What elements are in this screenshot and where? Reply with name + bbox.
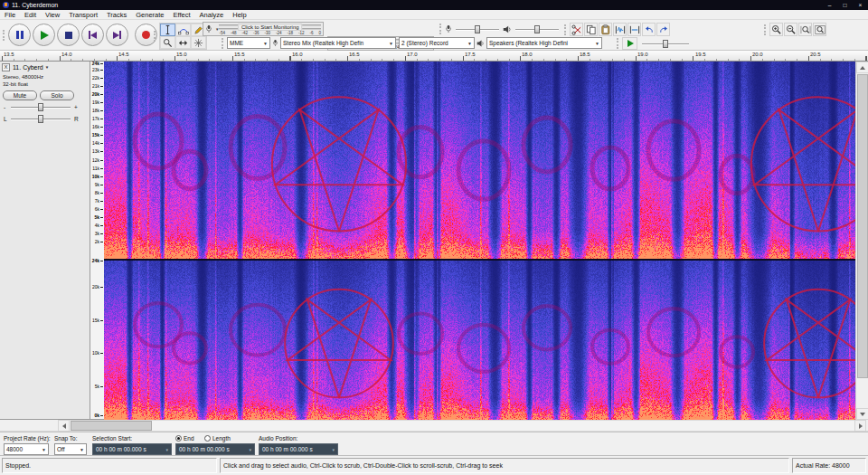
selection-end-field[interactable]: 00 h 00 m 00.000 s▾	[175, 443, 255, 455]
recording-volume-slider[interactable]	[456, 25, 499, 33]
menu-view[interactable]: View	[41, 10, 64, 20]
dropdown-arrow-icon: ▼	[592, 41, 599, 46]
fit-project-icon	[815, 24, 826, 35]
recording-meter[interactable]: ▼ -54-48-42-36-30-24-18-12-60 Click to S…	[203, 22, 324, 36]
zoom-out-button[interactable]	[784, 23, 797, 36]
tools-grid	[159, 23, 207, 50]
audio-host-select[interactable]: MME▼	[227, 37, 270, 49]
copy-button[interactable]	[584, 23, 598, 36]
pan-slider[interactable]	[11, 115, 71, 123]
playback-volume-slider[interactable]	[515, 25, 559, 33]
stop-button[interactable]	[57, 24, 80, 46]
menu-file[interactable]: File	[0, 10, 20, 20]
field-dropdown-icon: ▾	[164, 447, 168, 452]
selection-tool-button[interactable]	[160, 24, 175, 36]
length-radio[interactable]: Length	[204, 435, 231, 442]
menu-transport[interactable]: Transport	[64, 10, 102, 20]
vertical-scrollbar[interactable]	[855, 62, 868, 420]
timeshift-tool-button[interactable]	[175, 36, 191, 49]
pause-icon	[16, 31, 24, 39]
skip-to-end-icon	[113, 31, 121, 39]
frequency-ruler[interactable]: 24k 23k 22k 21k 20k 19k 18k 17k 16k 15k …	[90, 62, 104, 420]
horizontal-scrollbar[interactable]	[0, 420, 868, 432]
freq-label: 13k	[92, 149, 99, 154]
maximize-button[interactable]: □	[837, 0, 853, 10]
skip-to-start-button[interactable]	[81, 24, 104, 46]
pause-button[interactable]	[8, 24, 31, 46]
project-rate-select[interactable]: 48000▼	[4, 443, 49, 455]
spectrogram-right-channel[interactable]	[104, 261, 855, 420]
fit-selection-button[interactable]	[798, 23, 812, 36]
dropdown-arrow-icon: ▼	[386, 41, 393, 46]
multi-tool-button[interactable]	[191, 36, 206, 49]
recording-device-select[interactable]: Stereo Mix (Realtek High Defin▼	[280, 37, 396, 49]
toolbar-gripper[interactable]	[3, 30, 5, 41]
start-monitoring-label[interactable]: Click to Start Monitoring	[238, 24, 303, 31]
close-button[interactable]: ×	[853, 0, 868, 10]
toolbar-gripper[interactable]	[764, 24, 767, 35]
trim-icon	[615, 24, 626, 35]
play-button[interactable]	[33, 24, 55, 46]
microphone-icon	[272, 38, 278, 48]
zoom-tool-button[interactable]	[160, 36, 175, 49]
scroll-right-button[interactable]	[854, 420, 866, 432]
silence-audio-button[interactable]	[627, 23, 641, 36]
redo-button[interactable]	[656, 23, 670, 36]
freq-label: 5k	[95, 385, 99, 389]
envelope-tool-button[interactable]	[175, 24, 191, 36]
playback-speed-slider[interactable]	[642, 40, 689, 48]
play-at-speed-button[interactable]	[622, 37, 637, 50]
track-menu-arrow-icon[interactable]: ▼	[45, 65, 49, 70]
freq-label: 0k	[94, 413, 99, 418]
playback-device-select[interactable]: Speakers (Realtek High Defini▼	[486, 37, 602, 49]
spectrogram-view	[104, 62, 855, 420]
scroll-down-button[interactable]	[856, 408, 868, 420]
zoom-in-button[interactable]	[769, 23, 783, 36]
timeline-ruler[interactable]: 13.5 14.0 14.5 15.0 15.5 16.0 16.5 17.0 …	[0, 51, 868, 62]
menu-tracks[interactable]: Tracks	[102, 10, 131, 20]
actual-rate: Actual Rate: 48000	[792, 458, 866, 473]
menu-analyze[interactable]: Analyze	[195, 10, 229, 20]
skip-to-end-button[interactable]	[106, 24, 128, 46]
menu-generate[interactable]: Generate	[131, 10, 168, 20]
horizontal-scroll-thumb[interactable]	[71, 421, 152, 431]
audacity-window: 11. Cyberdemon – □ × File Edit View Tran…	[0, 0, 868, 475]
undo-button[interactable]	[642, 23, 656, 36]
trim-audio-button[interactable]	[613, 23, 627, 36]
scroll-left-button[interactable]	[58, 420, 70, 432]
spectrogram-left-channel[interactable]	[104, 62, 855, 259]
gain-slider[interactable]	[11, 103, 71, 111]
selection-start-label: Selection Start:	[92, 435, 132, 442]
freq-label: 7k	[95, 199, 99, 204]
end-radio-icon[interactable]	[175, 435, 182, 442]
menu-effect[interactable]: Effect	[169, 10, 195, 20]
snap-to-select[interactable]: Off▼	[54, 443, 87, 455]
mute-button[interactable]: Mute	[3, 90, 37, 100]
end-radio[interactable]: End	[175, 435, 194, 442]
toolbar-gripper[interactable]	[154, 31, 156, 42]
toolbar-gripper[interactable]	[617, 38, 619, 49]
pan-left-label: L	[4, 115, 7, 123]
freq-label: 15k	[92, 318, 99, 323]
recording-channels-select[interactable]: 2 (Stereo) Record▼	[399, 37, 475, 49]
vertical-scroll-thumb[interactable]	[857, 74, 868, 378]
track-control-panel[interactable]: X 11. Cyberd ▼ Stereo, 48000Hz 32-bit fl…	[0, 62, 90, 420]
toolbar-gripper[interactable]	[439, 24, 442, 34]
length-radio-icon[interactable]	[204, 435, 211, 442]
track-name[interactable]: 11. Cyberd	[13, 64, 43, 71]
menu-help[interactable]: Help	[228, 10, 250, 20]
fit-project-button[interactable]	[813, 23, 826, 36]
audio-position-field[interactable]: 00 h 00 m 00.000 s▾	[259, 443, 338, 455]
menu-edit[interactable]: Edit	[20, 10, 41, 20]
paste-button[interactable]	[599, 23, 612, 36]
toolbar-gripper[interactable]	[222, 38, 224, 49]
toolbar-gripper[interactable]	[564, 24, 567, 35]
cut-button[interactable]	[570, 23, 583, 36]
minimize-button[interactable]: –	[822, 0, 837, 10]
freq-label: 20k	[92, 92, 99, 97]
track-close-button[interactable]: X	[2, 63, 10, 71]
scroll-up-button[interactable]	[856, 62, 868, 73]
selection-start-field[interactable]: 00 h 00 m 00.000 s▾	[92, 443, 172, 455]
timeline-label: 13.5	[4, 52, 14, 57]
solo-button[interactable]: Solo	[40, 90, 74, 100]
